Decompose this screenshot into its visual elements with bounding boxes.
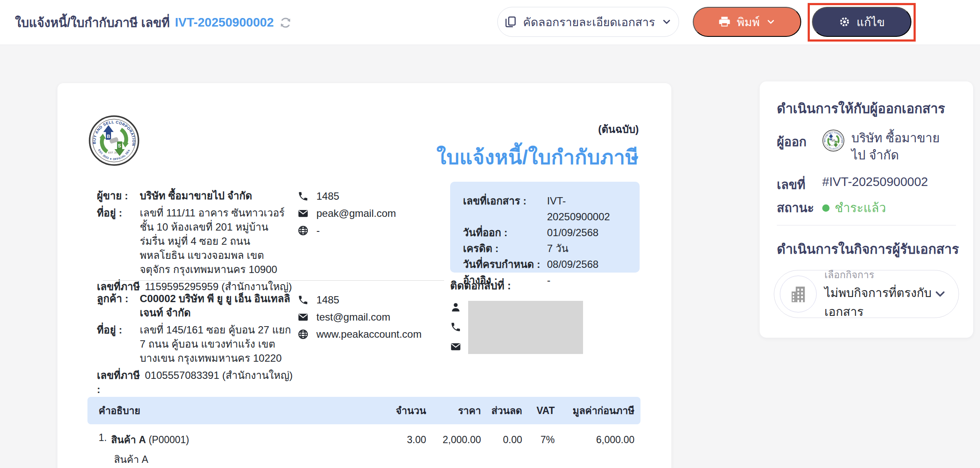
item-vat: 7% xyxy=(522,434,555,446)
col-description: คำอธิบาย xyxy=(99,403,383,418)
copy-button-label: คัดลอกรายละเอียดเอกสาร xyxy=(523,13,655,31)
docinfo-label: วันที่ครบกำหนด : xyxy=(463,256,547,272)
printer-icon xyxy=(718,15,731,28)
docinfo-label: เลขที่เอกสาร : xyxy=(463,193,547,225)
docinfo-value: 7 วัน xyxy=(547,240,568,256)
item-code: (P00001) xyxy=(149,434,189,445)
email-icon xyxy=(298,208,309,219)
seller-phone-value: 1485 xyxy=(316,190,339,202)
original-copy-tag: (ต้นฉบับ) xyxy=(436,121,639,138)
issuer-name: บริษัท ซื้อมาขายไป จำกัด xyxy=(851,129,950,164)
seller-website: - xyxy=(298,225,396,237)
print-button-label: พิมพ์ xyxy=(737,13,760,31)
col-discount: ส่วนลด xyxy=(481,403,522,418)
docinfo-value: 01/09/2568 xyxy=(547,225,598,240)
table-row: 1. สินค้า A (P00001) 3.00 2,000.00 0.00 … xyxy=(87,424,640,447)
page-title: ใบแจ้งหนี้/ใบกำกับภาษี เลขที่ IVT-202509… xyxy=(15,0,292,45)
customer-website: www.peakaccount.com xyxy=(298,328,421,340)
phone-icon xyxy=(298,191,309,202)
edit-button[interactable]: แก้ไข xyxy=(812,7,911,37)
docinfo-label: เครดิต : xyxy=(463,240,547,256)
customer-address: เลขที่ 145/161 ซอย คู้บอน 27 แยก 7 ถนน ค… xyxy=(140,323,294,365)
col-vat: VAT xyxy=(522,405,555,417)
customer-contact-list: 1485 test@gmail.com www.peakaccount.com xyxy=(298,294,421,340)
email-icon xyxy=(450,341,461,352)
phone-icon xyxy=(450,321,461,333)
company-seal-logo xyxy=(88,115,140,166)
page-title-text: ใบแจ้งหนี้/ใบกำกับภาษี เลขที่ xyxy=(15,13,170,33)
docinfo-row: วันที่ออก : 01/09/2568 xyxy=(463,225,627,240)
customer-address-label: ที่อยู่ : xyxy=(97,323,140,365)
number-value: #IVT-20250900002 xyxy=(822,172,928,189)
item-name: สินค้า A xyxy=(111,434,146,445)
redacted-contact-box xyxy=(468,301,583,354)
email-icon xyxy=(298,312,309,323)
business-select-value: ไม่พบกิจการที่ตรงกับเอกสาร xyxy=(824,283,933,321)
item-price: 2,000.00 xyxy=(426,434,481,446)
docinfo-value: IVT-20250900002 xyxy=(547,193,627,225)
docinfo-row: วันที่ครบกำหนด : 08/09/2568 xyxy=(463,256,627,272)
seller-name-row: ผู้ขาย : บริษัท ซื้อมาขายไป จำกัด xyxy=(97,189,298,203)
sidebar-divider xyxy=(777,225,956,225)
person-icon xyxy=(450,302,461,313)
seller-address-row: ที่อยู่ : เลขที่ 111/11 อาคาร ซันทาวเวอร… xyxy=(97,206,298,276)
item-number: 1. xyxy=(99,432,107,447)
seller-name: บริษัท ซื้อมาขายไป จำกัด xyxy=(140,189,294,203)
print-button[interactable]: พิมพ์ xyxy=(693,7,801,37)
docinfo-label: วันที่ออก : xyxy=(463,225,547,240)
col-pre-tax-amount: มูลค่าก่อนภาษี xyxy=(555,403,634,418)
edit-button-label: แก้ไข xyxy=(857,13,885,31)
customer-name: C00002 บริษัท พี ยู ยู เอ็น อินเทลลิเจนท… xyxy=(140,291,294,320)
customer-label: ลูกค้า : xyxy=(97,291,140,320)
contact-back-label: ติดต่อกลับที่ : xyxy=(450,277,630,294)
issuer-label: ผู้ออก xyxy=(777,129,822,152)
customer-email-value: test@gmail.com xyxy=(316,311,390,323)
status-label: สถานะ xyxy=(777,195,822,218)
doc-number-link[interactable]: IVT-20250900002 xyxy=(175,15,274,30)
customer-address-row: ที่อยู่ : เลขที่ 145/161 ซอย คู้บอน 27 แ… xyxy=(97,323,298,365)
seller-customer-divider xyxy=(103,280,444,281)
customer-email: test@gmail.com xyxy=(298,311,421,323)
globe-icon xyxy=(298,225,309,236)
item-sub-description: สินค้า A xyxy=(87,447,640,467)
copy-document-details-button[interactable]: คัดลอกรายละเอียดเอกสาร xyxy=(497,7,679,37)
table-header-row: คำอธิบาย จำนวน ราคา ส่วนลด VAT มูลค่าก่อ… xyxy=(87,397,640,424)
copy-icon xyxy=(504,15,517,28)
status-dot-icon xyxy=(822,204,830,212)
seller-contact-list: 1485 peak@gmail.com - xyxy=(298,190,396,237)
customer-tax-row: เลขที่ภาษี : 0105557083391 (สำนักงานใหญ่… xyxy=(97,368,298,396)
seller-website-value: - xyxy=(316,225,320,237)
document-number-row: เลขที่ #IVT-20250900002 xyxy=(777,172,928,195)
refresh-icon[interactable] xyxy=(279,16,292,29)
customer-phone: 1485 xyxy=(298,294,421,306)
docinfo-value: 08/09/2568 xyxy=(547,256,598,272)
business-select-dropdown[interactable]: เลือกกิจการ ไม่พบกิจการที่ตรงกับเอกสาร xyxy=(774,270,959,318)
customer-tax-id: 0105557083391 (สำนักงานใหญ่) xyxy=(145,368,298,396)
seller-email: peak@gmail.com xyxy=(298,207,396,219)
document-actions-panel: ดำเนินการให้กับผู้ออกเอกสาร ผู้ออก บริษั… xyxy=(760,81,973,338)
customer-website-value: www.peakaccount.com xyxy=(316,328,421,340)
item-amount: 6,000.00 xyxy=(555,434,634,446)
customer-name-row: ลูกค้า : C00002 บริษัท พี ยู ยู เอ็น อิน… xyxy=(97,291,298,320)
seller-label: ผู้ขาย : xyxy=(97,189,140,203)
docinfo-row: เลขที่เอกสาร : IVT-20250900002 xyxy=(463,193,627,225)
seller-phone: 1485 xyxy=(298,190,396,202)
business-select-label: เลือกกิจการ xyxy=(824,267,933,282)
number-label: เลขที่ xyxy=(777,172,822,195)
docinfo-row: เครดิต : 7 วัน xyxy=(463,240,627,256)
issuer-row: ผู้ออก บริษัท ซื้อมาขายไป จำกัด xyxy=(777,129,950,164)
top-bar: ใบแจ้งหนี้/ใบกำกับภาษี เลขที่ IVT-202509… xyxy=(0,0,980,45)
seller-address-label: ที่อยู่ : xyxy=(97,206,140,276)
gear-icon xyxy=(839,16,851,28)
col-price: ราคา xyxy=(426,403,481,418)
issuer-logo-avatar xyxy=(822,129,845,152)
globe-icon xyxy=(298,329,309,340)
chevron-down-icon xyxy=(661,16,672,27)
status-row: สถานะ ชำระแล้ว xyxy=(777,195,886,218)
document-info-box: เลขที่เอกสาร : IVT-20250900002 วันที่ออก… xyxy=(450,182,640,273)
item-discount: 0.00 xyxy=(481,434,522,446)
phone-icon xyxy=(298,294,309,306)
col-quantity: จำนวน xyxy=(383,403,426,418)
chevron-down-icon xyxy=(766,17,776,27)
customer-phone-value: 1485 xyxy=(316,294,339,306)
